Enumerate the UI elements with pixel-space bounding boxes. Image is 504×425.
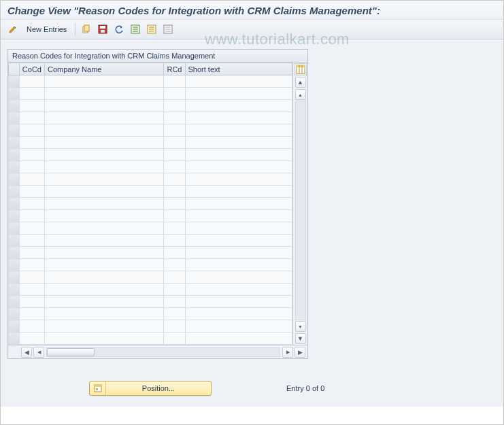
cell[interactable] xyxy=(164,186,185,198)
cell[interactable] xyxy=(19,210,44,222)
toggle-change-icon[interactable] xyxy=(6,22,20,36)
scroll-right-icon[interactable]: ▶ xyxy=(282,347,293,358)
row-selector[interactable] xyxy=(9,173,20,186)
table-row[interactable] xyxy=(9,284,292,296)
cell[interactable] xyxy=(44,308,164,320)
cell[interactable] xyxy=(19,173,44,186)
cell[interactable] xyxy=(164,308,185,320)
table-row[interactable] xyxy=(9,173,292,186)
cell[interactable] xyxy=(44,222,164,235)
cell[interactable] xyxy=(185,296,292,308)
cell[interactable] xyxy=(185,271,292,284)
cell[interactable] xyxy=(164,112,185,124)
save-icon[interactable] xyxy=(96,22,110,36)
cell[interactable] xyxy=(19,259,44,271)
table-row[interactable] xyxy=(9,161,292,173)
row-selector[interactable] xyxy=(9,88,20,100)
table-row[interactable] xyxy=(9,124,292,137)
cell[interactable] xyxy=(185,222,292,235)
cell[interactable] xyxy=(19,284,44,296)
scroll-up-icon[interactable]: ▲ xyxy=(295,77,306,88)
cell[interactable] xyxy=(164,284,185,296)
cell[interactable] xyxy=(44,100,164,112)
row-selector[interactable] xyxy=(9,271,20,284)
row-selector[interactable] xyxy=(9,247,20,259)
cell[interactable] xyxy=(19,308,44,320)
cell[interactable] xyxy=(164,88,185,100)
cell[interactable] xyxy=(185,100,292,112)
row-selector[interactable] xyxy=(9,100,20,112)
row-selector[interactable] xyxy=(9,186,20,198)
cell[interactable] xyxy=(44,88,164,100)
table-row[interactable] xyxy=(9,333,292,345)
new-entries-button[interactable]: New Entries xyxy=(22,24,71,35)
cell[interactable] xyxy=(44,235,164,247)
cell[interactable] xyxy=(44,186,164,198)
cell[interactable] xyxy=(185,198,292,210)
cell[interactable] xyxy=(164,124,185,137)
cell[interactable] xyxy=(44,210,164,222)
row-selector[interactable] xyxy=(9,333,20,345)
cell[interactable] xyxy=(185,210,292,222)
cell[interactable] xyxy=(185,173,292,186)
cell[interactable] xyxy=(164,259,185,271)
cell[interactable] xyxy=(185,88,292,100)
cell[interactable] xyxy=(19,124,44,137)
row-selector[interactable] xyxy=(9,112,20,124)
row-selector[interactable] xyxy=(9,75,20,88)
cell[interactable] xyxy=(164,75,185,88)
cell[interactable] xyxy=(185,235,292,247)
cell[interactable] xyxy=(19,186,44,198)
row-selector-header[interactable] xyxy=(9,63,20,75)
column-header-rcd[interactable]: RCd xyxy=(164,63,185,75)
table-row[interactable] xyxy=(9,198,292,210)
table-row[interactable] xyxy=(9,222,292,235)
cell[interactable] xyxy=(185,161,292,173)
cell[interactable] xyxy=(19,235,44,247)
row-selector[interactable] xyxy=(9,161,20,173)
cell[interactable] xyxy=(44,173,164,186)
row-selector[interactable] xyxy=(9,296,20,308)
cell[interactable] xyxy=(19,137,44,149)
cell[interactable] xyxy=(185,284,292,296)
table-row[interactable] xyxy=(9,259,292,271)
table-row[interactable] xyxy=(9,88,292,100)
cell[interactable] xyxy=(44,333,164,345)
horizontal-scroll-track[interactable] xyxy=(46,347,280,357)
scroll-up-step-icon[interactable]: ▲ xyxy=(295,89,306,100)
cell[interactable] xyxy=(164,149,185,161)
cell[interactable] xyxy=(164,210,185,222)
table-row[interactable] xyxy=(9,296,292,308)
cell[interactable] xyxy=(44,124,164,137)
cell[interactable] xyxy=(44,320,164,333)
cell[interactable] xyxy=(185,149,292,161)
cell[interactable] xyxy=(19,75,44,88)
cell[interactable] xyxy=(44,112,164,124)
cell[interactable] xyxy=(44,259,164,271)
cell[interactable] xyxy=(185,320,292,333)
scroll-left-icon[interactable]: ◀ xyxy=(33,347,44,358)
row-selector[interactable] xyxy=(9,222,20,235)
cell[interactable] xyxy=(164,173,185,186)
row-selector[interactable] xyxy=(9,137,20,149)
row-selector[interactable] xyxy=(9,320,20,333)
cell[interactable] xyxy=(44,161,164,173)
select-block-icon[interactable] xyxy=(145,22,158,36)
cell[interactable] xyxy=(19,198,44,210)
table-row[interactable] xyxy=(9,186,292,198)
vertical-scroll-track[interactable] xyxy=(295,101,306,320)
scroll-first-icon[interactable]: ◀ xyxy=(21,347,32,358)
deselect-all-icon[interactable] xyxy=(161,22,175,36)
row-selector[interactable] xyxy=(9,284,20,296)
table-row[interactable] xyxy=(9,100,292,112)
cell[interactable] xyxy=(19,112,44,124)
row-selector[interactable] xyxy=(9,235,20,247)
cell[interactable] xyxy=(185,247,292,259)
cell[interactable] xyxy=(185,137,292,149)
cell[interactable] xyxy=(19,333,44,345)
cell[interactable] xyxy=(19,222,44,235)
cell[interactable] xyxy=(44,75,164,88)
cell[interactable] xyxy=(185,124,292,137)
table-row[interactable] xyxy=(9,149,292,161)
cell[interactable] xyxy=(185,186,292,198)
